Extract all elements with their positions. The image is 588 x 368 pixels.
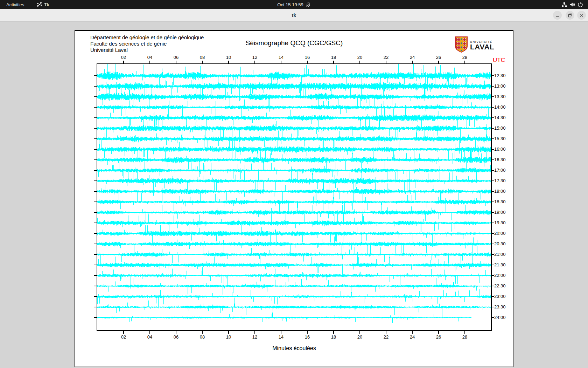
- x-tick-label-top: 22: [379, 55, 393, 60]
- row-tick-right: [492, 75, 494, 76]
- x-tick-bottom: [307, 331, 308, 334]
- time-label: 20:00: [494, 231, 506, 236]
- notifications-muted-icon[interactable]: [306, 2, 311, 7]
- x-tick-label-bottom: 24: [405, 334, 419, 340]
- row-tick-right: [492, 275, 494, 276]
- x-tick-bottom: [333, 331, 334, 334]
- time-label: 15:30: [494, 136, 506, 141]
- time-label: 17:30: [494, 178, 506, 183]
- time-label: 13:00: [494, 83, 506, 89]
- row-tick-right: [492, 191, 494, 192]
- focused-app-menu[interactable]: Tk: [37, 0, 49, 9]
- row-tick-right: [492, 170, 494, 171]
- time-label: 23:30: [494, 304, 506, 309]
- close-icon: [580, 13, 583, 17]
- row-tick-left: [94, 223, 97, 223]
- row-tick-right: [492, 286, 494, 286]
- x-tick-bottom: [202, 331, 203, 334]
- time-label: 17:00: [494, 168, 506, 173]
- row-tick-right: [492, 159, 494, 160]
- header-line-3: Université Laval: [90, 47, 204, 53]
- row-tick-right: [492, 202, 494, 202]
- utc-label: UTC: [493, 57, 505, 64]
- minimize-button[interactable]: [553, 11, 562, 20]
- row-tick-right: [492, 265, 494, 265]
- system-status-area[interactable]: [561, 0, 583, 9]
- x-tick-top: [123, 61, 124, 63]
- seismogram-traces-canvas: [97, 64, 491, 330]
- row-tick-right: [492, 233, 494, 234]
- window-titlebar[interactable]: tk: [0, 9, 588, 22]
- row-tick-right: [492, 254, 494, 255]
- x-tick-label-top: 16: [300, 55, 314, 60]
- time-label: 23:00: [494, 294, 506, 299]
- row-tick-right: [492, 244, 494, 244]
- plot-box: 0202040406060808101012121414161618182020…: [97, 63, 492, 331]
- row-tick-left: [94, 254, 97, 255]
- time-label: 12:30: [494, 73, 506, 78]
- row-tick-left: [94, 107, 97, 108]
- x-tick-label-bottom: 16: [300, 334, 314, 340]
- activities-button[interactable]: Activities: [6, 0, 24, 9]
- row-tick-right: [492, 86, 494, 87]
- x-tick-top: [438, 61, 439, 63]
- tk-app-icon: [37, 2, 42, 7]
- row-tick-left: [94, 307, 97, 307]
- x-tick-label-bottom: 04: [143, 334, 157, 340]
- row-tick-left: [94, 191, 97, 192]
- x-tick-bottom: [149, 331, 150, 334]
- laval-logo-line2: LAVAL: [470, 44, 494, 50]
- x-tick-label-top: 18: [327, 55, 341, 60]
- row-tick-left: [94, 170, 97, 171]
- x-tick-bottom: [281, 331, 281, 334]
- volume-icon: [569, 2, 575, 7]
- close-button[interactable]: [577, 11, 586, 20]
- gnome-top-bar: Activities Tk Oct 15 19:59: [0, 0, 588, 9]
- desktop: Activities Tk Oct 15 19:59: [0, 0, 588, 368]
- laval-shield-icon: [455, 36, 468, 54]
- maximize-button[interactable]: [566, 11, 574, 20]
- x-tick-label-top: 08: [195, 55, 209, 60]
- x-tick-top: [464, 61, 465, 63]
- power-icon: [578, 2, 583, 7]
- time-label: 19:30: [494, 220, 506, 225]
- row-tick-left: [94, 138, 97, 139]
- row-tick-right: [492, 307, 494, 307]
- time-label: 16:00: [494, 146, 506, 152]
- page-title: Séismographe QCQ (CGC/GSC): [97, 39, 491, 47]
- time-label: 22:00: [494, 273, 506, 278]
- x-tick-label-top: 12: [248, 55, 262, 60]
- x-axis-title: Minutes écoulées: [97, 345, 491, 352]
- x-tick-label-bottom: 14: [274, 334, 288, 340]
- time-label: 18:30: [494, 199, 506, 204]
- row-tick-right: [492, 138, 494, 139]
- activities-label: Activities: [6, 2, 24, 7]
- row-tick-right: [492, 149, 494, 150]
- clock-area: Oct 15 19:59: [0, 0, 588, 9]
- x-tick-top: [202, 61, 203, 63]
- time-label: 20:30: [494, 241, 506, 246]
- x-tick-bottom: [228, 331, 229, 334]
- x-tick-top: [149, 61, 150, 63]
- row-tick-left: [94, 128, 97, 129]
- row-tick-left: [94, 96, 97, 97]
- x-tick-bottom: [254, 331, 255, 334]
- x-tick-bottom: [359, 331, 360, 334]
- x-tick-bottom: [464, 331, 465, 334]
- clock-label[interactable]: Oct 15 19:59: [277, 2, 303, 7]
- row-tick-right: [492, 212, 494, 213]
- x-tick-label-bottom: 28: [458, 334, 472, 340]
- time-label: 14:00: [494, 104, 506, 110]
- x-tick-top: [307, 61, 308, 63]
- x-tick-label-bottom: 08: [195, 334, 209, 340]
- row-tick-left: [94, 286, 97, 286]
- x-tick-label-bottom: 22: [379, 334, 393, 340]
- x-tick-bottom: [176, 331, 176, 334]
- row-tick-right: [492, 128, 494, 129]
- x-tick-label-top: 26: [432, 55, 446, 60]
- row-tick-left: [94, 117, 97, 118]
- row-tick-right: [492, 96, 494, 97]
- x-tick-label-top: 04: [143, 55, 157, 60]
- row-tick-left: [94, 275, 97, 276]
- x-tick-label-bottom: 12: [248, 334, 262, 340]
